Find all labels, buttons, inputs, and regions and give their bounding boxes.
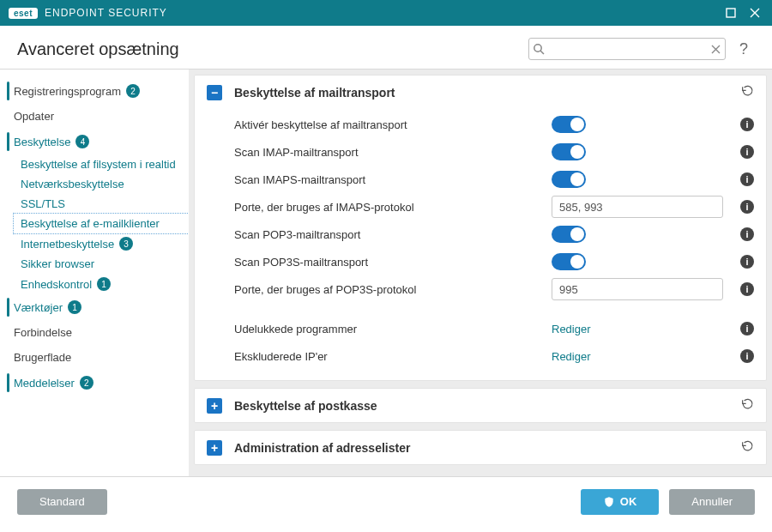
info-icon[interactable]: i bbox=[740, 349, 754, 363]
panel-header[interactable]: +Beskyttelse af postkasse bbox=[195, 389, 766, 422]
ok-button[interactable]: OK bbox=[581, 489, 660, 515]
ports-input[interactable] bbox=[552, 196, 723, 218]
sidebar-subitem-secure-browser[interactable]: Sikker browser bbox=[14, 254, 189, 274]
setting-label: Scan POP3-mailtransport bbox=[234, 228, 552, 241]
shield-icon bbox=[603, 496, 615, 508]
panel-header[interactable]: −Beskyttelse af mailtransport bbox=[195, 76, 766, 109]
title-bar: eset ENDPOINT SECURITY bbox=[0, 0, 772, 26]
info-icon[interactable]: i bbox=[740, 145, 754, 159]
window-close-button[interactable] bbox=[743, 0, 767, 26]
setting-row: Scan IMAPS-mailtransporti bbox=[234, 166, 754, 193]
setting-row: Scan POP3S-mailtransporti bbox=[234, 248, 754, 275]
setting-label: Porte, der bruges af POP3S-protokol bbox=[234, 283, 552, 296]
info-icon[interactable]: i bbox=[740, 172, 754, 186]
sidebar-item-updater[interactable]: Opdater bbox=[7, 104, 189, 129]
settings-main: −Beskyttelse af mailtransportAktivér bes… bbox=[194, 75, 770, 471]
cancel-button[interactable]: Annuller bbox=[669, 489, 755, 515]
toggle-switch[interactable] bbox=[552, 171, 586, 188]
sidebar-badge: 1 bbox=[68, 300, 81, 314]
setting-row: Ekskluderede IP'erRedigeri bbox=[234, 342, 754, 370]
revert-button[interactable] bbox=[740, 397, 754, 414]
setting-label: Scan POP3S-mailtransport bbox=[234, 256, 552, 269]
sidebar-badge: 4 bbox=[75, 135, 89, 148]
setting-label: Ekskluderede IP'er bbox=[234, 350, 552, 363]
panel-title: Beskyttelse af mailtransport bbox=[234, 86, 395, 100]
sidebar-subitem-realtime-fs[interactable]: Beskyttelse af filsystem i realtid bbox=[14, 154, 189, 174]
search-input[interactable] bbox=[548, 39, 706, 58]
sidebar-item-label: Værktøjer bbox=[14, 301, 63, 314]
panel-title: Beskyttelse af postkasse bbox=[234, 399, 377, 413]
brand: eset ENDPOINT SECURITY bbox=[9, 7, 167, 19]
sidebar-item-label: Forbindelse bbox=[14, 326, 72, 339]
info-icon[interactable]: i bbox=[740, 227, 754, 241]
toggle-switch[interactable] bbox=[552, 116, 586, 133]
product-name: ENDPOINT SECURITY bbox=[45, 7, 167, 19]
sidebar-item-tools[interactable]: Værktøjer1 bbox=[7, 294, 189, 320]
toggle-switch[interactable] bbox=[552, 226, 586, 243]
info-icon[interactable]: i bbox=[740, 118, 754, 131]
panel-header[interactable]: +Administration af adresselister bbox=[195, 431, 766, 464]
toggle-switch[interactable] bbox=[552, 143, 586, 160]
setting-label: Porte, der bruges af IMAPS-protokol bbox=[234, 201, 552, 214]
sidebar-subitem-internet[interactable]: Internetbeskyttelse3 bbox=[14, 233, 189, 254]
standard-button[interactable]: Standard bbox=[17, 489, 107, 515]
sidebar-subitem-network[interactable]: Netværksbeskyttelse bbox=[14, 174, 189, 194]
setting-label: Aktivér beskyttelse af mailtransport bbox=[234, 118, 552, 131]
sidebar-item-label: Netværksbeskyttelse bbox=[21, 178, 124, 190]
revert-button[interactable] bbox=[740, 439, 754, 456]
sidebar-item-registration[interactable]: Registreringsprogram2 bbox=[7, 78, 189, 104]
sidebar-item-label: Brugerflade bbox=[14, 351, 71, 364]
sidebar-subitem-device-control[interactable]: Enhedskontrol1 bbox=[14, 274, 189, 294]
setting-label: Udelukkede programmer bbox=[234, 323, 552, 336]
panel-mailtransport: −Beskyttelse af mailtransportAktivér bes… bbox=[194, 75, 767, 381]
sidebar-item-ui[interactable]: Brugerflade bbox=[7, 345, 189, 370]
sidebar: Registreringsprogram2OpdaterBeskyttelse4… bbox=[0, 70, 189, 476]
help-button[interactable]: ? bbox=[733, 40, 755, 58]
sidebar-item-label: Meddelelser bbox=[14, 377, 75, 390]
footer: Standard OK Annuller bbox=[0, 476, 772, 526]
panel-title: Administration af adresselister bbox=[234, 441, 410, 455]
svg-rect-0 bbox=[727, 9, 735, 17]
search-clear-button[interactable] bbox=[706, 45, 725, 54]
sidebar-item-label: Beskyttelse af filsystem i realtid bbox=[21, 158, 176, 171]
maximize-icon bbox=[726, 8, 736, 18]
setting-row: Aktivér beskyttelse af mailtransporti bbox=[234, 111, 754, 138]
edit-link[interactable]: Rediger bbox=[552, 323, 591, 336]
sidebar-item-connection[interactable]: Forbindelse bbox=[7, 320, 189, 345]
toggle-switch[interactable] bbox=[552, 253, 586, 270]
info-icon[interactable]: i bbox=[740, 255, 754, 269]
sidebar-item-label: Registreringsprogram bbox=[14, 85, 121, 98]
setting-label: Scan IMAPS-mailtransport bbox=[234, 173, 552, 186]
revert-button[interactable] bbox=[740, 84, 754, 100]
sidebar-item-label: Enhedskontrol bbox=[21, 278, 92, 291]
ports-input[interactable] bbox=[552, 278, 723, 300]
sidebar-subitem-ssltls[interactable]: SSL/TLS bbox=[14, 194, 189, 214]
setting-label: Scan IMAP-mailtransport bbox=[234, 146, 552, 159]
info-icon[interactable]: i bbox=[740, 322, 754, 336]
search-icon bbox=[529, 43, 548, 55]
header: Avanceret opsætning ? bbox=[0, 26, 772, 70]
sidebar-item-label: Beskyttelse bbox=[14, 136, 70, 148]
sidebar-item-label: Beskyttelse af e-mailklienter bbox=[21, 217, 160, 230]
sidebar-item-label: Opdater bbox=[14, 110, 54, 123]
sidebar-badge: 2 bbox=[80, 376, 93, 390]
expand-icon: + bbox=[207, 440, 222, 456]
sidebar-item-protection[interactable]: Beskyttelse4 bbox=[7, 129, 189, 154]
panel-mailbox: +Beskyttelse af postkasse bbox=[194, 388, 767, 423]
setting-row: Porte, der bruges af IMAPS-protokoli bbox=[234, 193, 754, 221]
info-icon[interactable]: i bbox=[740, 282, 754, 296]
edit-link[interactable]: Rediger bbox=[552, 350, 591, 363]
page-title: Avanceret opsætning bbox=[17, 39, 179, 59]
setting-row: Porte, der bruges af POP3S-protokoli bbox=[234, 275, 754, 303]
sidebar-subitem-email-clients[interactable]: Beskyttelse af e-mailklienter bbox=[14, 214, 189, 233]
search-box[interactable] bbox=[528, 38, 726, 60]
window-maximize-button[interactable] bbox=[719, 0, 743, 26]
info-icon[interactable]: i bbox=[740, 200, 754, 214]
sidebar-item-label: SSL/TLS bbox=[21, 197, 65, 210]
brand-badge: eset bbox=[9, 8, 38, 19]
sidebar-badge: 1 bbox=[97, 277, 111, 291]
collapse-icon: − bbox=[207, 85, 222, 100]
sidebar-item-label: Internetbeskyttelse bbox=[21, 238, 114, 251]
sidebar-item-notifications[interactable]: Meddelelser2 bbox=[7, 370, 189, 396]
expand-icon: + bbox=[207, 398, 222, 414]
